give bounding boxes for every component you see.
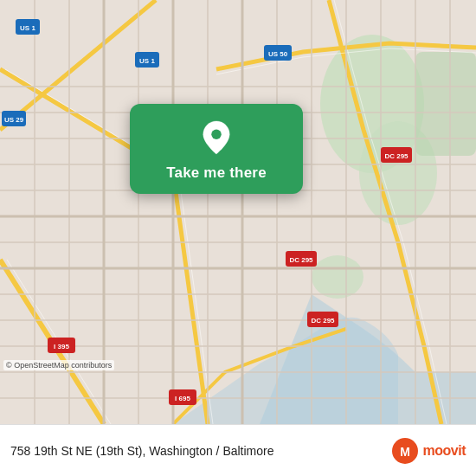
moovit-icon: M bbox=[391, 437, 419, 465]
svg-text:I 695: I 695 bbox=[175, 395, 190, 402]
svg-rect-4 bbox=[415, 52, 476, 156]
address-label: 758 19th St NE (19th St), Washington / B… bbox=[10, 444, 391, 458]
svg-point-3 bbox=[312, 255, 363, 299]
svg-text:US 1: US 1 bbox=[139, 57, 155, 65]
popup-card: Take me there bbox=[130, 104, 303, 194]
svg-text:I 395: I 395 bbox=[54, 343, 69, 351]
svg-text:US 1: US 1 bbox=[20, 24, 35, 32]
location-pin-icon bbox=[198, 119, 235, 156]
svg-point-54 bbox=[211, 129, 221, 138]
moovit-logo: M moovit bbox=[391, 437, 466, 465]
moovit-text: moovit bbox=[423, 443, 466, 459]
svg-text:M: M bbox=[400, 445, 410, 459]
svg-text:US 50: US 50 bbox=[268, 50, 288, 58]
svg-text:DC 295: DC 295 bbox=[311, 317, 335, 325]
svg-text:DC 295: DC 295 bbox=[289, 256, 313, 264]
take-me-there-button[interactable]: Take me there bbox=[166, 164, 267, 182]
osm-credit: © OpenStreetMap contributors bbox=[3, 360, 114, 370]
bottom-bar: 758 19th St NE (19th St), Washington / B… bbox=[0, 424, 476, 476]
svg-text:US 29: US 29 bbox=[4, 116, 24, 124]
svg-text:DC 295: DC 295 bbox=[384, 152, 408, 160]
map-container: US 1 US 29 US 1 US 50 I 395 DC 295 DC 29… bbox=[0, 0, 476, 424]
